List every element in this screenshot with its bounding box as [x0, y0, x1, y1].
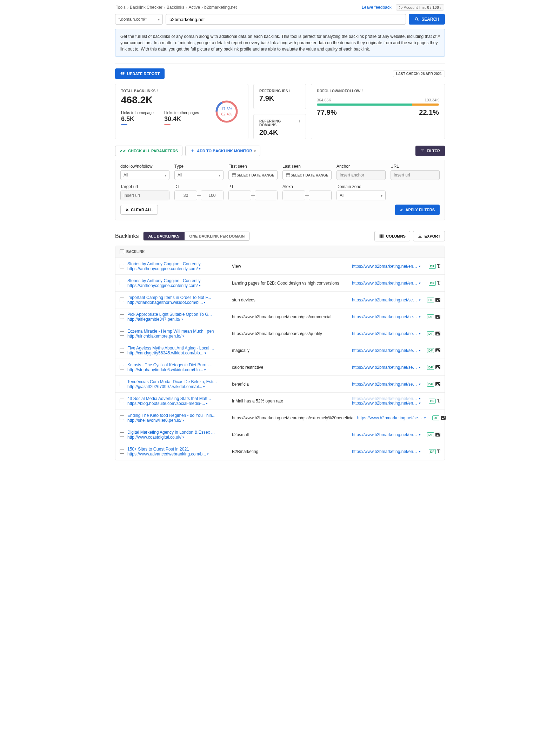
row-checkbox[interactable] — [120, 298, 124, 302]
target-url[interactable]: https://www.b2bmarketing.net/search... — [357, 415, 423, 420]
pt-range[interactable] — [228, 191, 278, 200]
row-checkbox[interactable] — [120, 382, 124, 386]
source-url[interactable]: http://orlandohagelthorn.wikidot.com/bl.… — [127, 300, 203, 305]
info-icon[interactable]: i — [156, 89, 158, 93]
columns-button[interactable]: COLUMNS — [374, 231, 410, 241]
row-checkbox[interactable] — [120, 348, 124, 353]
source-url[interactable]: http://shellavonwiller0.pen.io/ — [127, 418, 181, 423]
chevron-down-icon[interactable]: ▾ — [419, 366, 421, 369]
target-url[interactable]: https://www.b2bmarketing.net/search... — [352, 365, 418, 370]
seg-all-backlinks[interactable]: ALL BACKLINKS — [144, 232, 185, 240]
source-title[interactable]: 43 Social Media Advertising Stats that M… — [127, 396, 226, 401]
url-input[interactable] — [391, 170, 440, 180]
target-url[interactable]: https://www.b2bmarketing.net/search... — [352, 331, 418, 336]
source-title[interactable]: Five Ageless Myths About Anti Aging - Lo… — [127, 346, 226, 351]
source-url[interactable]: http://ulrichblakemore.pen.io/ — [127, 334, 181, 339]
seg-one-per-domain[interactable]: ONE BACKLINK PER DOMAIN — [185, 232, 250, 240]
source-title[interactable]: Tendências Com Moda, Dicas De Beleza, Es… — [127, 379, 226, 384]
row-checkbox[interactable] — [120, 281, 124, 285]
crumb-checker[interactable]: Backlink Checker — [130, 5, 162, 10]
crumb-backlinks[interactable]: Backlinks — [167, 5, 185, 10]
first-seen-date[interactable]: SELECT DATE RANGE — [228, 170, 278, 180]
domain-mode-select[interactable]: *.domain.com/* ▾ — [115, 14, 163, 25]
info-icon[interactable]: i — [289, 89, 290, 93]
target-url[interactable]: https://www.b2bmarketing.net/en-gb... — [352, 281, 418, 286]
info-icon[interactable]: i — [440, 6, 441, 9]
anchor-input[interactable] — [336, 170, 386, 180]
source-title[interactable]: 150+ Sites to Guest Post in 2021 — [127, 447, 226, 452]
search-button[interactable]: SEARCH — [409, 14, 445, 25]
target-url[interactable]: https://www.b2bmarketing.net/en-gb... — [352, 401, 418, 406]
apply-filters-button[interactable]: ✔APPLY FILTERS — [395, 205, 440, 215]
last-seen-date[interactable]: SELECT DATE RANGE — [282, 170, 332, 180]
chevron-down-icon[interactable]: ▾ — [419, 298, 421, 302]
chevron-down-icon[interactable]: ▾ — [419, 349, 421, 352]
source-url[interactable]: http://www.coastdigital.co.uk/ — [127, 435, 181, 440]
row-checkbox[interactable] — [120, 399, 124, 403]
source-url[interactable]: https://blog.hootsuite.com/social-media-… — [127, 401, 205, 406]
chevron-down-icon[interactable]: ▾ — [181, 318, 183, 321]
source-title[interactable]: Important Camping Items in Order To Not … — [127, 295, 226, 300]
export-button[interactable]: EXPORT — [413, 231, 445, 241]
source-title[interactable]: Eczema Miracle - Hemp Will mean Much | p… — [127, 329, 226, 334]
source-title[interactable]: Ending The Keto food Regimen - do You Th… — [127, 413, 226, 418]
row-checkbox[interactable] — [120, 314, 124, 319]
chevron-down-icon[interactable]: ▾ — [424, 416, 426, 420]
chevron-down-icon[interactable]: ▾ — [419, 281, 421, 285]
row-checkbox[interactable] — [120, 331, 124, 336]
chevron-down-icon[interactable]: ▾ — [419, 401, 421, 405]
target-url[interactable]: https://www.b2bmarketing.net/search... — [352, 348, 418, 353]
col-backlink[interactable]: BACKLINK — [126, 250, 145, 254]
crumb-active[interactable]: Active — [188, 5, 200, 10]
chevron-down-icon[interactable]: ▾ — [419, 450, 421, 453]
target-url-old[interactable]: https://www.b2bmarketing.net/en-gb... — [352, 396, 418, 401]
chevron-down-icon[interactable]: ▾ — [419, 433, 421, 437]
chevron-down-icon[interactable]: ▾ — [207, 452, 209, 456]
row-checkbox[interactable] — [120, 365, 124, 369]
chevron-down-icon[interactable]: ▾ — [199, 267, 201, 271]
source-title[interactable]: Ketosis - The Cyclical Ketogenic Diet Bu… — [127, 362, 226, 367]
target-url[interactable]: https://www.b2bmarketing.net/en-gb... — [352, 432, 418, 437]
source-url[interactable]: http://stephanytindale6.wikidot.com/blo.… — [127, 367, 203, 372]
target-url[interactable]: https://www.b2bmarketing.net/search... — [352, 382, 418, 387]
chevron-down-icon[interactable]: ▾ — [419, 397, 421, 400]
add-to-monitor-button[interactable]: ＋ ADD TO BACKLINK MONITOR ▾ — [185, 146, 260, 156]
info-icon[interactable]: i — [299, 119, 300, 123]
chevron-down-icon[interactable]: ▾ — [204, 301, 206, 304]
domain-input[interactable] — [166, 14, 406, 25]
row-checkbox[interactable] — [120, 432, 124, 437]
check-all-parameters-button[interactable]: ✔✔ CHECK ALL PARAMETERS — [115, 146, 182, 156]
alexa-range[interactable] — [282, 191, 332, 200]
clear-all-button[interactable]: ✕CLEAR ALL — [120, 205, 158, 215]
source-title[interactable]: Digital Marketing Agency in London & Ess… — [127, 430, 226, 435]
breadcrumb[interactable]: Tools› Backlink Checker› Backlinks› Acti… — [116, 5, 237, 10]
select-all-checkbox[interactable] — [120, 249, 124, 254]
source-title[interactable]: Pick Appropriate Light Suitable Option T… — [127, 312, 226, 317]
chevron-down-icon[interactable]: ▾ — [206, 402, 208, 405]
target-url[interactable]: https://www.b2bmarketing.net/search... — [352, 298, 418, 302]
crumb-domain[interactable]: b2bmarketing.net — [204, 5, 237, 10]
chevron-down-icon[interactable]: ▾ — [182, 435, 184, 439]
target-url[interactable]: https://www.b2bmarketing.net/en-gb... — [352, 449, 418, 454]
close-icon[interactable]: ✕ — [437, 33, 441, 40]
row-checkbox[interactable] — [120, 449, 124, 454]
chevron-down-icon[interactable]: ▾ — [419, 315, 421, 319]
domain-zone-select[interactable]: All▾ — [336, 191, 386, 200]
leave-feedback-link[interactable]: Leave feedback — [362, 5, 392, 10]
chevron-down-icon[interactable]: ▾ — [182, 419, 184, 422]
type-select[interactable]: All▾ — [174, 170, 224, 180]
crumb-tools[interactable]: Tools — [116, 5, 126, 10]
target-url[interactable]: https://www.b2bmarketing.net/en-gb... — [352, 264, 418, 269]
chevron-down-icon[interactable]: ▾ — [419, 332, 421, 335]
chevron-down-icon[interactable]: ▾ — [203, 385, 205, 388]
row-checkbox[interactable] — [120, 264, 124, 268]
source-title[interactable]: Stories by Anthony Coggine : Contently — [127, 261, 226, 266]
row-checkbox[interactable] — [120, 415, 124, 420]
chevron-down-icon[interactable]: ▾ — [205, 351, 206, 355]
filter-toggle-button[interactable]: FILTER — [415, 146, 445, 156]
source-url[interactable]: http://candygetty56345.wikidot.com/blo..… — [127, 351, 204, 355]
source-url[interactable]: https://anthonycoggine.contently.com/ — [127, 283, 198, 288]
chevron-down-icon[interactable]: ▾ — [199, 284, 201, 287]
chevron-down-icon[interactable]: ▾ — [419, 382, 421, 386]
source-url[interactable]: http://alfiegamble347.pen.io/ — [127, 317, 180, 322]
